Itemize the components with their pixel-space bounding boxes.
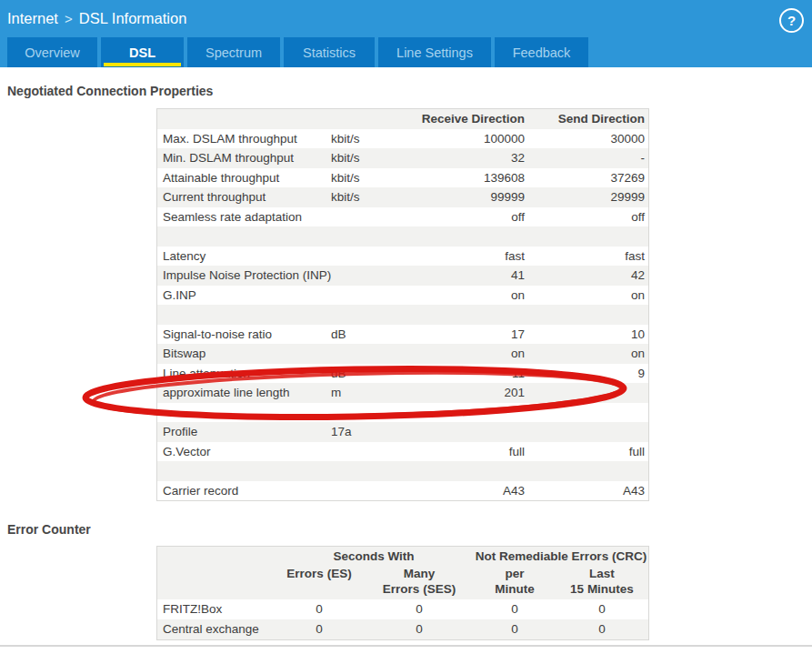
row-unit [331,247,408,267]
tab-statistics[interactable]: Statistics [284,37,375,67]
error-value: 0 [556,599,648,619]
row-label: Latency [163,247,331,267]
tab-bar: Overview DSL Spectrum Statistics Line Se… [7,37,588,67]
group-header-crc: Not Remediable Errors (CRC) [474,547,648,566]
row-send-value: 9 [525,364,645,384]
error-value: 0 [365,619,474,639]
error-row-fritzbox: FRITZ!Box 0 0 0 0 [157,599,648,619]
column-header-per-minute: per Minute [474,566,556,597]
tab-label: Spectrum [206,45,262,60]
tab-spectrum[interactable]: Spectrum [187,37,280,67]
error-counter-table: Seconds With Not Remediable Errors (CRC)… [156,546,649,640]
header-spacer [331,109,408,129]
tab-label: Line Settings [396,45,473,60]
tab-label: Overview [25,45,79,60]
row-label: FRITZ!Box [157,599,274,619]
row-receive-value: 139608 [408,168,525,188]
row-label: Current throughput [163,187,331,207]
section-title-negotiated-connection-properties: Negotiated Connection Properties [7,84,213,98]
row-label: Attainable throughput [163,168,331,188]
row-label: Min. DSLAM throughput [163,148,331,168]
error-value: 0 [274,619,365,639]
error-value: 0 [365,599,474,619]
row-receive-value: 201 [408,383,525,403]
error-value: 0 [274,599,365,619]
row-receive-value: on [408,344,525,364]
row-receive-value: 100000 [408,129,525,149]
row-unit [331,481,408,501]
spacer-cell [163,305,331,325]
error-value: 0 [474,619,556,639]
row-unit: dB [331,325,408,345]
row-unit: 17a [331,422,408,442]
row-receive-value: 17 [408,325,525,345]
spacer-row [157,305,648,325]
spacer-cell [163,461,331,481]
row-send-value [525,422,645,442]
row-receive-value [408,422,525,442]
footer-divider [0,645,812,647]
row-send-value: - [525,148,645,168]
error-row-central-exchange: Central exchange 0 0 0 0 [157,619,648,639]
row-send-value: off [525,207,645,227]
row-unit [331,286,408,306]
table-row: G.INP on on [157,286,648,306]
row-unit: kbit/s [331,148,408,168]
breadcrumb-section-internet[interactable]: Internet [7,10,58,27]
active-tab-underline [104,63,181,66]
breadcrumb: Internet > DSL Information [7,0,186,37]
tab-line-settings[interactable]: Line Settings [378,37,491,67]
row-label: G.Vector [163,442,331,462]
header-spacer [157,566,274,597]
row-receive-value: A43 [408,481,525,501]
row-send-value: 10 [525,325,645,345]
tab-overview[interactable]: Overview [7,37,97,67]
table-row: Carrier record A43 A43 [157,481,648,501]
spacer-cell [163,403,331,423]
row-receive-value: full [408,442,525,462]
row-unit: kbit/s [331,187,408,207]
column-header-send: Send Direction [525,109,645,129]
table-row: Signal-to-noise ratio dB 17 10 [157,325,648,345]
table-header-row: Receive Direction Send Direction [157,109,648,129]
column-header-receive: Receive Direction [408,109,525,129]
row-send-value: 30000 [525,129,645,149]
row-unit: kbit/s [331,168,408,188]
row-label: Seamless rate adaptation [163,207,331,227]
row-send-value: 37269 [525,168,645,188]
connection-properties-table: Receive Direction Send Direction Max. DS… [156,108,649,501]
table-row: Attainable throughput kbit/s 139608 3726… [157,168,648,188]
row-receive-value: 41 [408,266,525,286]
spacer-row [157,403,648,423]
row-label: Impulse Noise Protection (INP) [163,266,331,286]
table-row-approximate-line-length: approximate line length m 201 [157,383,648,403]
row-unit: m [331,383,408,403]
row-label: Carrier record [163,481,331,501]
spacer-row [157,226,648,247]
row-send-value: 29999 [525,187,645,207]
row-send-value: A43 [525,481,645,501]
table-row: Impulse Noise Protection (INP) 41 42 [157,266,648,286]
row-unit [331,266,408,286]
column-header-last-15-minutes: Last 15 Minutes [556,566,648,597]
row-unit: dB [331,364,408,384]
spacer-cell [163,226,331,247]
row-send-value: on [525,344,645,364]
tab-dsl[interactable]: DSL [101,37,184,67]
help-button[interactable]: ? [779,8,804,33]
row-send-value: fast [525,247,645,267]
section-title-error-counter: Error Counter [7,522,91,537]
row-send-value: 42 [525,266,645,286]
row-label: Bitswap [163,344,331,364]
row-receive-value: fast [408,247,525,267]
row-label: Central exchange [157,619,274,639]
tab-label: Feedback [513,45,571,60]
table-row: Max. DSLAM throughput kbit/s 100000 3000… [157,129,648,149]
table-row: Seamless rate adaptation off off [157,207,648,227]
group-header-seconds-with: Seconds With [274,547,474,566]
page-title: DSL Information [79,10,187,27]
row-send-value [525,383,645,403]
header-spacer [157,547,274,566]
breadcrumb-chevron-icon: > [65,11,73,26]
tab-feedback[interactable]: Feedback [495,37,588,67]
